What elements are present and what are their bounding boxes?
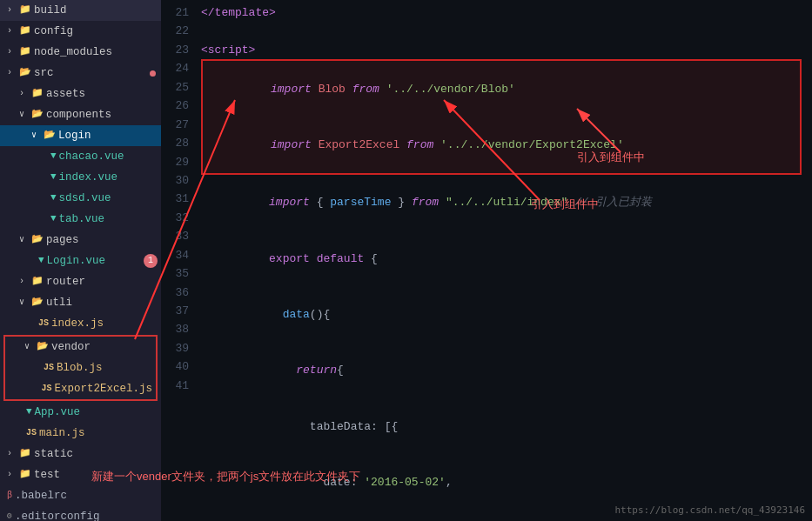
sidebar-item-mainjs[interactable]: JS main.js — [0, 423, 161, 444]
sidebar-item-utli[interactable]: ∨ 📂 utli — [0, 292, 161, 313]
sidebar-item-config[interactable]: › 📁 config — [0, 21, 161, 42]
sidebar-item-blobjs[interactable]: JS Blob.js — [5, 357, 156, 378]
sidebar-item-sdsd-vue[interactable]: ▼ sdsd.vue — [0, 188, 161, 209]
sidebar-item-test[interactable]: › 📁 test — [0, 464, 161, 485]
code-line-27: export default { — [201, 230, 812, 286]
login-vue-badge: 1 — [144, 254, 158, 268]
bottom-annotation — [161, 514, 812, 521]
vendor-section-box: ∨ 📂 vendor JS Blob.js JS Export2Excel.js — [3, 335, 158, 401]
code-line-25: import Export2Excel from '../../vendor/E… — [203, 117, 800, 173]
sidebar-item-tab-vue[interactable]: ▼ tab.vue — [0, 209, 161, 230]
code-line-30: tableData: [{ — [201, 398, 812, 454]
sidebar-item-chacao-vue[interactable]: ▼ chacao.vue — [0, 146, 161, 167]
sidebar-item-vendor[interactable]: ∨ 📂 vendor — [5, 337, 156, 357]
sidebar-item-build[interactable]: › 📁 build — [0, 0, 161, 21]
code-line-24: import Blob from '../../vendor/Blob' — [203, 61, 800, 117]
sidebar-item-utli-indexjs[interactable]: JS index.js — [0, 313, 161, 334]
sidebar-item-static[interactable]: › 📁 static — [0, 444, 161, 464]
file-explorer: › 📁 build › 📁 config › 📁 node_modules › … — [0, 0, 161, 521]
sidebar-item-appvue[interactable]: ▼ App.vue — [0, 402, 161, 423]
sidebar-item-pages[interactable]: ∨ 📂 pages — [0, 230, 161, 250]
sidebar-item-export2exceljs[interactable]: JS Export2Excel.js — [5, 378, 156, 399]
line-numbers: 21 22 23 24 25 26 27 28 29 30 31 32 33 3… — [161, 0, 194, 514]
code-line-22 — [201, 22, 812, 40]
sidebar-item-assets[interactable]: › 📁 assets — [0, 83, 161, 104]
sidebar-item-src[interactable]: › 📂 src — [0, 63, 161, 83]
code-line-31: date: '2016-05-02', — [201, 455, 812, 511]
code-line-29: return{ — [201, 343, 812, 398]
sidebar-item-login-folder[interactable]: ∨ 📂 Login — [0, 125, 161, 146]
sidebar-item-router[interactable]: › 📁 router — [0, 271, 161, 292]
code-editor: 21 22 23 24 25 26 27 28 29 30 31 32 33 3… — [161, 0, 812, 521]
sidebar-item-loginvue[interactable]: ▼ Login.vue 1 — [0, 250, 161, 271]
src-dot — [150, 70, 156, 77]
code-line-21: </template> — [201, 3, 812, 22]
code-lines: </template> <script> import Blob from '.… — [194, 0, 812, 514]
sidebar-item-editorconfig[interactable]: ⚙ .editorconfig — [0, 506, 161, 521]
code-line-28: data(){ — [201, 287, 812, 343]
sidebar-item-index-vue[interactable]: ▼ index.vue — [0, 167, 161, 188]
sidebar-item-node-modules[interactable]: › 📁 node_modules — [0, 42, 161, 63]
code-line-26: import { parseTime } from "../../utli/in… — [201, 175, 812, 230]
code-line-23: <script> — [201, 41, 812, 59]
sidebar-item-components[interactable]: ∨ 📂 components — [0, 104, 161, 125]
sidebar-item-babelrc[interactable]: β .babelrc — [0, 485, 161, 506]
